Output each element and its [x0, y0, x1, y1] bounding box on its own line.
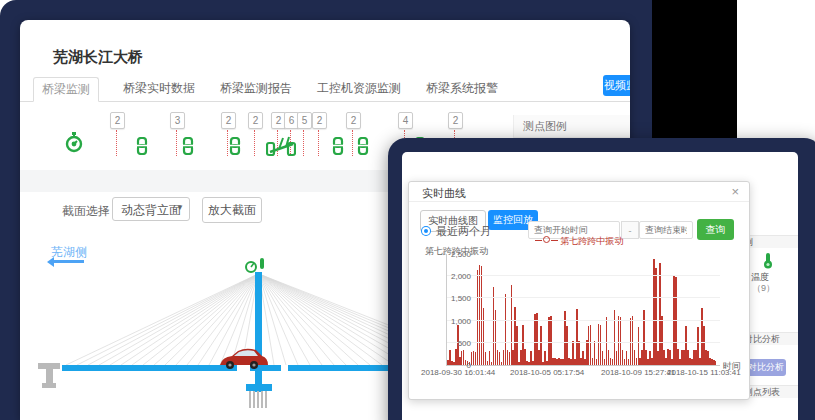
- chevron-down-icon: ▼: [176, 203, 184, 212]
- main-tab-bar: 桥梁监测 桥梁实时数据 桥梁监测报告 工控机资源监测 桥梁系统报警: [20, 77, 630, 102]
- gridline: [447, 297, 720, 298]
- compare-analysis-button[interactable]: 对比分析: [746, 359, 786, 376]
- tab-ipc-resource[interactable]: 工控机资源监测: [317, 77, 401, 100]
- sensor-count-badge: 5: [297, 112, 312, 129]
- y-tick-label: 1,500: [441, 294, 471, 303]
- sensor-count-badge: 3: [170, 112, 185, 129]
- sensor-dropline: [116, 130, 117, 156]
- sensor-dropline: [318, 130, 319, 156]
- legend-panel-title: 测点图例: [514, 115, 630, 138]
- dialog-title: 实时曲线: [422, 186, 466, 201]
- gridline: [447, 320, 720, 321]
- sensor-count-badge: 2: [248, 112, 263, 129]
- sensor-dropline: [352, 130, 353, 156]
- sensor-dropline: [176, 130, 177, 156]
- gridline: [447, 342, 720, 343]
- chart-bars: [447, 254, 720, 365]
- sensor-count-badge: 2: [221, 112, 236, 129]
- sensor-count-badge: 2: [448, 112, 463, 129]
- popup-window: 例 温度 （9） 对比分析 对比分析 测点列表 实时曲线 × 实时曲线图 监控回…: [388, 138, 815, 420]
- y-tick-label: 2,500: [441, 250, 471, 259]
- tab-bridge-monitor[interactable]: 桥梁监测: [33, 77, 99, 102]
- popup-window-content: 例 温度 （9） 对比分析 对比分析 测点列表 实时曲线 × 实时曲线图 监控回…: [402, 152, 798, 420]
- x-tick-label: 2018-10-05 05:17:54: [510, 368, 584, 377]
- sensor-dropline: [227, 130, 228, 156]
- legend-marker-icon: [543, 236, 550, 243]
- screenshot-root: 芜湖长江大桥 桥梁监测 桥梁实时数据 桥梁监测报告 工控机资源监测 桥梁系统报警…: [0, 0, 815, 420]
- radio-selected[interactable]: [422, 227, 430, 235]
- tab-system-alarm[interactable]: 桥梁系统报警: [426, 77, 498, 100]
- bridge-tower: [255, 272, 262, 392]
- sensor-count-badge: 2: [346, 112, 361, 129]
- chain-link-icon[interactable]: [182, 137, 194, 155]
- x-tick-label: 2018-10-09 15:27:41: [601, 368, 675, 377]
- x-tick-label: 2018-10-15 11:03:41: [667, 368, 741, 377]
- chain-link-icon[interactable]: [136, 137, 148, 155]
- sensor-dropline: [303, 130, 304, 156]
- chain-link-icon[interactable]: [357, 137, 369, 155]
- tower-piles: [250, 391, 266, 408]
- zoom-section-button[interactable]: 放大截面: [202, 197, 262, 223]
- x-tick-label: 2018-09-30 16:01:44: [421, 368, 495, 377]
- sensor-count-badge: 2: [110, 112, 125, 129]
- thermometer-icon: [762, 252, 774, 269]
- chain-link-icon[interactable]: [332, 137, 344, 155]
- video-monitor-button[interactable]: 视频监控: [603, 75, 630, 96]
- bridge-pier: [38, 363, 60, 388]
- stopwatch-icon[interactable]: [64, 130, 84, 154]
- tab-realtime-data[interactable]: 桥梁实时数据: [123, 77, 195, 100]
- sensor-count-badge: 2: [312, 112, 327, 129]
- tab-monitor-report[interactable]: 桥梁监测报告: [220, 77, 292, 100]
- sensor-dropline: [254, 130, 255, 156]
- gridline: [447, 275, 720, 276]
- tower-pedestal: [246, 384, 272, 391]
- divider: [409, 201, 749, 202]
- sensor-count-badge: 4: [398, 112, 413, 129]
- bridge-section-icon[interactable]: [266, 134, 296, 160]
- y-tick-label: 2,000: [441, 272, 471, 281]
- chart-plot-area: [446, 254, 720, 366]
- bridge-deck: [62, 365, 237, 371]
- chain-link-icon[interactable]: [229, 137, 241, 155]
- y-tick-label: 500: [441, 339, 471, 348]
- tower-sensor-icons: [246, 258, 264, 272]
- close-icon[interactable]: ×: [731, 184, 739, 199]
- realtime-curve-dialog: 实时曲线 × 实时曲线图 监控回放 最近两个月 - 查询 第七跨跨中振动 第七跨…: [408, 181, 750, 400]
- temperature-count: （9）: [752, 282, 775, 295]
- page-title: 芜湖长江大桥: [53, 48, 143, 67]
- y-tick-label: 1,000: [441, 317, 471, 326]
